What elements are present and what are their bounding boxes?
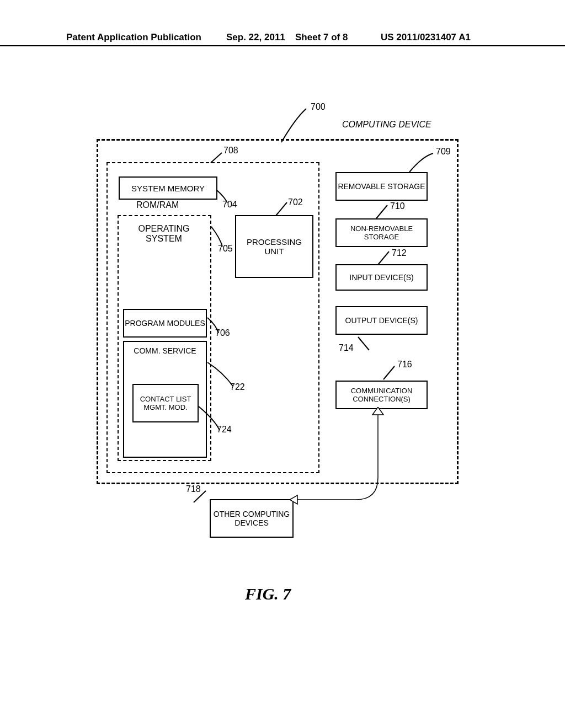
label-716: 716 xyxy=(397,360,412,370)
label-714: 714 xyxy=(339,343,354,353)
comm-connections-text: COMMUNICATION CONNECTION(S) xyxy=(337,387,427,403)
output-devices-text: OUTPUT DEVICE(S) xyxy=(345,316,418,325)
computing-device-title: COMPUTING DEVICE xyxy=(342,120,431,130)
label-722: 722 xyxy=(230,382,245,392)
os-text: OPERATING SYSTEM xyxy=(134,224,194,244)
label-702: 702 xyxy=(288,197,303,207)
label-709: 709 xyxy=(436,147,451,157)
input-devices-text: INPUT DEVICE(S) xyxy=(349,273,413,282)
label-704: 704 xyxy=(222,200,237,210)
processing-unit-text: PROCESSING UNIT xyxy=(236,237,312,256)
label-710: 710 xyxy=(390,201,405,211)
leader-714 xyxy=(354,335,376,351)
double-arrow xyxy=(290,407,433,523)
comm-connections-box: COMMUNICATION CONNECTION(S) xyxy=(335,381,428,409)
header-rule xyxy=(0,45,565,46)
output-devices-box: OUTPUT DEVICE(S) xyxy=(335,306,428,335)
label-700: 700 xyxy=(311,102,326,112)
label-706: 706 xyxy=(215,328,230,338)
removable-storage-box: REMOVABLE STORAGE xyxy=(335,172,428,201)
comm-service-text: COMM. SERVICE xyxy=(134,346,196,355)
figure-label: FIG. 7 xyxy=(245,585,291,603)
processing-unit-box: PROCESSING UNIT xyxy=(235,215,313,278)
leader-709 xyxy=(408,151,436,173)
rom-ram-text: ROM/RAM xyxy=(136,200,179,210)
program-modules-text: PROGRAM MODULES xyxy=(125,319,205,328)
page: Patent Application Publication Sep. 22, … xyxy=(0,0,565,728)
nonremovable-storage-box: NON-REMOVABLE STORAGE xyxy=(335,218,428,247)
pub-number: US 2011/0231407 A1 xyxy=(381,32,471,43)
nonremovable-storage-text: NON-REMOVABLE STORAGE xyxy=(337,224,427,241)
contact-list-text: CONTACT LIST MGMT. MOD. xyxy=(134,395,198,411)
label-724: 724 xyxy=(217,425,232,435)
other-devices-box: OTHER COMPUTING DEVICES xyxy=(210,499,294,538)
program-modules-box: PROGRAM MODULES xyxy=(123,309,207,338)
pub-date: Sep. 22, 2011 xyxy=(226,32,285,43)
label-708: 708 xyxy=(223,146,238,156)
pub-title: Patent Application Publication xyxy=(66,32,201,43)
system-memory-text: SYSTEM MEMORY xyxy=(131,184,205,193)
contact-list-box: CONTACT LIST MGMT. MOD. xyxy=(132,384,199,422)
system-memory-box: SYSTEM MEMORY xyxy=(119,176,217,200)
label-712: 712 xyxy=(392,248,407,258)
label-705: 705 xyxy=(218,244,233,254)
input-devices-box: INPUT DEVICE(S) xyxy=(335,264,428,291)
removable-storage-text: REMOVABLE STORAGE xyxy=(338,182,425,191)
pub-sheet: Sheet 7 of 8 xyxy=(295,32,348,43)
other-devices-text: OTHER COMPUTING DEVICES xyxy=(211,510,292,527)
label-718: 718 xyxy=(186,484,201,494)
